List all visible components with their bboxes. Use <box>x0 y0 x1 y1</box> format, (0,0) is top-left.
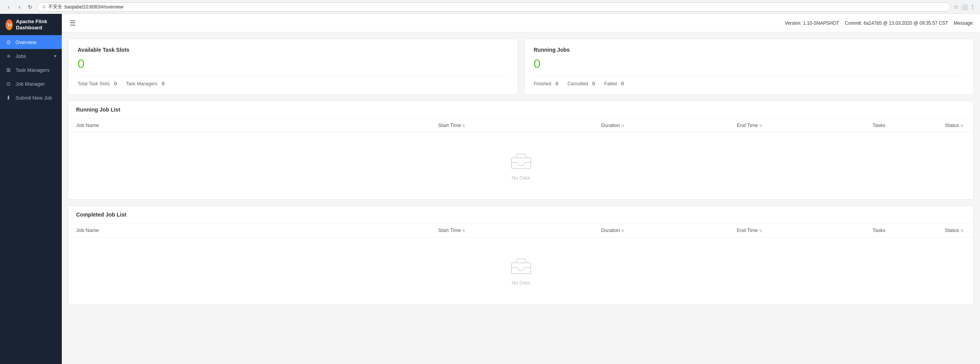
main-content: Available Task Slots 0 Total Task Slots … <box>62 32 980 364</box>
running-job-empty-row: No Data <box>68 132 973 200</box>
col-duration-header[interactable]: Duration <box>593 119 729 132</box>
completed-job-list-table-wrapper: Job Name Start Time Duration End Time Ta… <box>68 223 973 304</box>
logo-text: Apache Flink Dashboard <box>16 19 56 30</box>
cancelled-label: Cancelled <box>567 81 588 86</box>
available-task-slots-title: Available Task Slots <box>78 47 508 53</box>
svg-rect-1 <box>511 263 531 274</box>
sidebar-logo: 🐿 Apache Flink Dashboard <box>0 14 62 35</box>
running-jobs-stats: Finished 0 Cancelled 0 Failed <box>534 76 965 86</box>
completed-job-empty-text: No Data <box>512 280 530 286</box>
completed-col-job-name-header[interactable]: Job Name <box>68 223 430 237</box>
task-managers-icon: ⊞ <box>5 67 12 73</box>
failed-stat: Failed 0 <box>604 81 624 86</box>
completed-col-status-header[interactable]: Status <box>937 223 973 237</box>
completed-job-list-title: Completed Job List <box>76 212 126 218</box>
browser-actions: ☆ ⬜ ⋮ <box>954 4 975 10</box>
running-job-list-table: Job Name Start Time Duration End Time Ta… <box>68 119 973 199</box>
running-job-empty-state: No Data <box>68 132 973 199</box>
sidebar-nav: ⊙ Overview ≡ Jobs ▾ ⊞ Task Managers ⊙ Jo… <box>0 35 62 364</box>
available-task-slots-card: Available Task Slots 0 Total Task Slots … <box>68 39 518 95</box>
submit-job-icon: ⬇ <box>5 95 12 101</box>
completed-job-list-table: Job Name Start Time Duration End Time Ta… <box>68 223 973 304</box>
overview-icon: ⊙ <box>5 39 12 45</box>
task-managers-value: 0 <box>162 81 165 86</box>
col-tasks-header: Tasks <box>865 119 937 132</box>
running-jobs-card: Running Jobs 0 Finished 0 Cancelled 0 <box>524 39 974 95</box>
version-label: Version: <box>785 20 802 26</box>
commit-label: Commit: <box>845 20 862 26</box>
sidebar-jobs-label: Jobs <box>15 53 50 59</box>
completed-job-list-thead: Job Name Start Time Duration End Time Ta… <box>68 223 973 237</box>
cards-row: Available Task Slots 0 Total Task Slots … <box>68 39 974 95</box>
job-manager-icon: ⊙ <box>5 81 12 87</box>
sidebar-overview-label: Overview <box>15 39 56 45</box>
task-managers-label: Task Managers <box>126 81 157 86</box>
reload-button[interactable]: ↻ <box>26 3 34 11</box>
failed-label: Failed <box>604 81 617 86</box>
running-job-empty-cell: No Data <box>68 132 973 200</box>
completed-empty-inbox-icon <box>510 256 533 275</box>
completed-col-tasks-header: Tasks <box>865 223 937 237</box>
running-jobs-title: Running Jobs <box>534 47 965 53</box>
cancelled-stat: Cancelled 0 <box>567 81 595 86</box>
back-button[interactable]: ‹ <box>5 3 12 11</box>
completed-job-list-section: Completed Job List Job Name Start Time D… <box>68 206 974 305</box>
security-label: 不安全 <box>48 3 62 10</box>
sidebar-item-job-manager[interactable]: ⊙ Job Manager <box>0 77 62 91</box>
forward-button[interactable]: › <box>15 3 23 11</box>
sidebar-item-overview[interactable]: ⊙ Overview <box>0 35 62 49</box>
topbar-version: Version: 1.10-SNAPSHOT Commit: 6a147b5 @… <box>785 20 974 26</box>
menu-icon[interactable]: ⋮ <box>970 4 975 10</box>
completed-col-end-time-header[interactable]: End Time <box>729 223 865 237</box>
total-task-slots-value: 0 <box>114 81 117 86</box>
sidebar-job-manager-label: Job Manager <box>15 81 56 87</box>
total-task-slots-label: Total Task Slots <box>78 81 110 86</box>
logo-icon: 🐿 <box>5 19 13 30</box>
message-label: Message: <box>954 20 974 26</box>
running-job-list-title: Running Job List <box>76 107 120 113</box>
extension-icon[interactable]: ⬜ <box>961 4 968 10</box>
svg-rect-0 <box>511 158 531 169</box>
sidebar-item-task-managers[interactable]: ⊞ Task Managers <box>0 63 62 77</box>
total-task-slots-stat: Total Task Slots 0 <box>78 81 117 86</box>
browser-bar: ‹ › ↻ ⚠ 不安全 baojiabel10:8083/#/overview … <box>0 0 980 14</box>
hamburger-button[interactable]: ☰ <box>68 17 77 29</box>
running-jobs-value: 0 <box>534 58 965 70</box>
topbar: ☰ Version: 1.10-SNAPSHOT Commit: 6a147b5… <box>62 14 980 32</box>
available-task-slots-value: 0 <box>78 58 508 70</box>
jobs-icon: ≡ <box>5 53 12 59</box>
url-text: baojiabel10:8083/#/overview <box>65 4 123 10</box>
failed-value: 0 <box>621 81 624 86</box>
version-value: 1.10-SNAPSHOT <box>803 20 839 26</box>
completed-job-list-body: No Data <box>68 237 973 305</box>
completed-job-empty-state: No Data <box>68 237 973 304</box>
sidebar-submit-new-job-label: Submit New Job <box>15 95 56 101</box>
sidebar-task-managers-label: Task Managers <box>15 67 56 73</box>
running-job-list-thead: Job Name Start Time Duration End Time Ta… <box>68 119 973 132</box>
col-job-name-header[interactable]: Job Name <box>68 119 430 132</box>
task-managers-stat: Task Managers 0 <box>126 81 164 86</box>
commit-value: 6a147b5 @ 13.03.2020 @ 09:35:57 CST <box>864 20 948 26</box>
col-status-header[interactable]: Status <box>937 119 973 132</box>
bookmark-icon[interactable]: ☆ <box>954 4 959 10</box>
running-job-empty-text: No Data <box>512 175 530 181</box>
completed-col-start-time-header[interactable]: Start Time <box>430 223 593 237</box>
finished-stat: Finished 0 <box>534 81 558 86</box>
security-icon: ⚠ <box>42 4 46 9</box>
running-job-list-section: Running Job List Job Name Start Time Dur… <box>68 101 974 200</box>
sidebar-item-jobs[interactable]: ≡ Jobs ▾ <box>0 49 62 63</box>
sidebar-item-submit-new-job[interactable]: ⬇ Submit New Job <box>0 91 62 105</box>
completed-job-list-header-row: Job Name Start Time Duration End Time Ta… <box>68 223 973 237</box>
address-bar[interactable]: ⚠ 不安全 baojiabel10:8083/#/overview <box>37 2 951 12</box>
sidebar: 🐿 Apache Flink Dashboard ⊙ Overview ≡ Jo… <box>0 14 62 364</box>
running-job-list-body: No Data <box>68 132 973 200</box>
running-job-list-header: Running Job List <box>68 101 973 119</box>
available-task-slots-stats: Total Task Slots 0 Task Managers 0 <box>78 76 508 86</box>
col-end-time-header[interactable]: End Time <box>729 119 865 132</box>
completed-job-empty-row: No Data <box>68 237 973 305</box>
finished-value: 0 <box>555 81 558 86</box>
completed-col-duration-header[interactable]: Duration <box>593 223 729 237</box>
col-start-time-header[interactable]: Start Time <box>430 119 593 132</box>
completed-job-empty-cell: No Data <box>68 237 973 305</box>
running-job-list-table-wrapper: Job Name Start Time Duration End Time Ta… <box>68 119 973 199</box>
